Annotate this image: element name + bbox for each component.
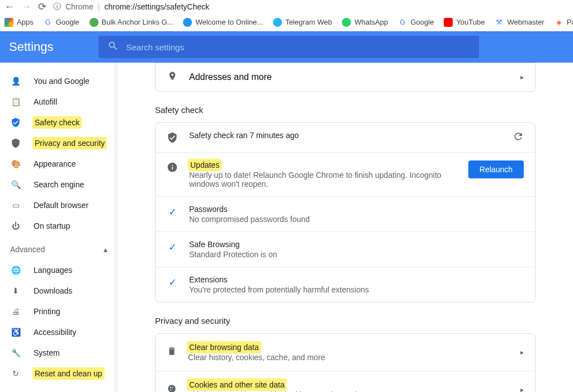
omnibox-label: Chrome [65,2,93,11]
omnibox[interactable]: ⓘ Chrome | chrome://settings/safetyCheck [53,2,209,12]
sidebar-item-default-browser[interactable]: ▭Default browser [0,195,118,215]
apps-icon [4,18,13,27]
bookmark-youtube[interactable]: YouTube [444,18,485,27]
cookie-icon [167,384,177,392]
sidebar-item-on-startup[interactable]: ⏻On startup [0,215,118,236]
chevron-up-icon: ▴ [104,245,107,254]
pagespeed-icon: ◈ [555,18,563,27]
addresses-row[interactable]: Addresses and more ▸ [156,63,535,91]
shield-icon [10,138,21,148]
cookies-row[interactable]: Cookies and other site dataThird-party c… [156,371,535,392]
safety-status-row: Safety check ran 7 minutes ago [156,123,535,152]
passwords-row: ✓ PasswordsNo compromised passwords foun… [156,196,535,232]
sidebar-item-safety-check[interactable]: Safety check [0,112,118,133]
check-icon: ✓ [167,205,178,218]
settings-header: Settings [0,31,573,63]
svg-point-3 [171,389,172,390]
updates-row: Updates Nearly up to date! Relaunch Goog… [156,152,535,196]
site-info-icon: ⓘ [53,2,61,12]
trash-icon [167,346,177,358]
sidebar-item-reset[interactable]: ↻Reset and clean up [0,363,118,384]
sidebar-item-autofill[interactable]: 📋Autofill [0,91,118,112]
sidebar-item-privacy-security[interactable]: Privacy and security [0,133,118,153]
relaunch-button[interactable]: Relaunch [468,160,524,178]
clear-browsing-data-row[interactable]: Clear browsing dataClear history, cookie… [156,334,535,371]
globe-icon [90,18,98,27]
bookmark-google[interactable]: GGoogle [44,18,79,27]
site-icon [183,18,192,27]
palette-icon: 🎨 [10,159,21,168]
sidebar-advanced-toggle[interactable]: Advanced▴ [0,236,118,259]
power-icon: ⏻ [10,221,21,230]
safety-check-card: Safety check ran 7 minutes ago Updates N… [155,122,536,303]
search-icon [107,40,119,54]
safety-check-heading: Safety check [155,105,536,115]
apps-shortcut[interactable]: Apps [4,18,34,27]
svg-point-2 [172,388,173,389]
sidebar-item-languages[interactable]: 🌐Languages [0,259,118,280]
bookmark-whatsapp[interactable]: WhatsApp [342,18,388,27]
wrench-icon: 🔧 [10,348,21,357]
printer-icon: 🖨 [10,307,21,316]
safe-browsing-row: ✓ Safe BrowsingStandard Protection is on [156,232,535,267]
browser-icon: ▭ [10,201,21,210]
search-box[interactable] [98,36,479,58]
bookmark-webmaster[interactable]: ⚒Webmaster [495,18,544,27]
google-icon: G [398,18,407,27]
telegram-icon [273,18,282,27]
sidebar-item-label: Privacy and security [34,139,106,148]
restore-icon: ↻ [10,369,21,378]
chevron-right-icon: ▸ [520,348,524,356]
back-button[interactable]: ← [4,1,15,13]
bookmark-welcome[interactable]: Welcome to Online... [183,18,262,27]
download-icon: ⬇ [10,286,21,295]
chevron-right-icon: ▸ [520,73,524,81]
privacy-card: Clear browsing dataClear history, cookie… [155,333,536,392]
sidebar-item-system[interactable]: 🔧System [0,342,118,363]
globe-icon: 🌐 [10,266,21,275]
google-icon: G [44,18,53,27]
svg-point-1 [170,387,171,388]
sidebar: 👤You and Google 📋Autofill Safety check P… [0,63,118,392]
page-title: Settings [9,40,54,54]
sidebar-item-search-engine[interactable]: 🔍Search engine [0,174,118,195]
clipboard-icon: 📋 [10,97,21,106]
shield-check-icon [10,117,21,127]
person-icon: 👤 [10,77,21,86]
sidebar-item-you-and-google[interactable]: 👤You and Google [0,70,118,91]
sidebar-item-appearance[interactable]: 🎨Appearance [0,153,118,174]
bookmark-pagespeed[interactable]: ◈PageSpeed Insights [555,18,573,27]
sidebar-item-printing[interactable]: 🖨Printing [0,301,118,322]
sidebar-item-label: Reset and clean up [34,369,104,378]
reload-button[interactable]: ⟳ [38,1,46,13]
sidebar-item-accessibility[interactable]: ♿Accessibility [0,322,118,342]
webmaster-icon: ⚒ [495,18,504,27]
whatsapp-icon [342,18,351,27]
bookmark-telegram[interactable]: Telegram Web [273,18,332,27]
privacy-heading: Privacy and security [155,316,536,325]
check-icon: ✓ [167,240,178,253]
accessibility-icon: ♿ [10,328,21,337]
chevron-right-icon: ▸ [520,386,524,392]
safety-shield-icon [167,131,178,143]
location-icon [167,71,178,83]
youtube-icon [444,18,453,27]
extensions-row: ✓ ExtensionsYou're protected from potent… [156,267,535,302]
info-icon [167,160,178,173]
omnibox-url: chrome://settings/safetyCheck [104,2,209,11]
sidebar-item-downloads[interactable]: ⬇Downloads [0,280,118,301]
refresh-button[interactable] [513,131,524,144]
forward-button[interactable]: → [21,1,31,13]
bookmark-bulk-anchor[interactable]: Bulk Anchor Links G... [90,18,173,27]
sidebar-item-label: Safety check [34,118,81,127]
bookmark-google2[interactable]: GGoogle [398,18,434,27]
check-icon: ✓ [167,275,178,289]
search-input[interactable] [126,42,470,52]
bookmarks-bar: Apps GGoogle Bulk Anchor Links G... Welc… [0,13,573,31]
svg-point-0 [168,385,176,392]
browser-toolbar: ← → ⟳ ⓘ Chrome | chrome://settings/safet… [0,0,573,13]
main-content: Addresses and more ▸ Safety check Safety… [118,63,573,392]
search-icon: 🔍 [10,180,21,189]
